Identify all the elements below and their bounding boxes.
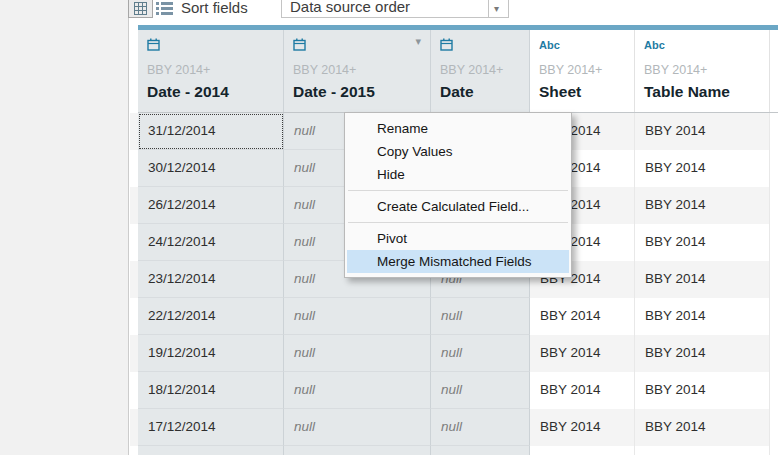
sort-order-value: Data source order xyxy=(290,0,410,15)
cell[interactable]: BBY 2014 xyxy=(635,298,770,335)
cell[interactable] xyxy=(635,446,770,455)
cell[interactable]: BBY 2014 xyxy=(635,409,770,446)
column-name: Table Name xyxy=(644,83,730,101)
column-name: Date xyxy=(440,83,474,101)
column-source: BBY 2014+ xyxy=(147,63,210,77)
column-header-date-2014[interactable]: BBY 2014+ Date - 2014 xyxy=(138,30,284,112)
cell[interactable]: BBY 2014 xyxy=(635,113,770,150)
grid-view-button[interactable] xyxy=(128,0,153,18)
sort-fields-label: Sort fields xyxy=(181,0,248,16)
menu-item-copy-values[interactable]: Copy Values xyxy=(347,140,569,163)
table-row-partial xyxy=(130,446,778,455)
cell[interactable]: BBY 2014 xyxy=(635,224,770,261)
cell[interactable]: 30/12/2014 xyxy=(138,150,284,187)
cell[interactable] xyxy=(431,446,530,455)
column-source: BBY 2014+ xyxy=(440,63,503,77)
calendar-icon xyxy=(293,38,306,51)
context-menu: Rename Copy Values Hide Create Calculate… xyxy=(344,112,572,278)
cell[interactable]: null xyxy=(284,298,431,335)
cell[interactable]: null xyxy=(284,409,431,446)
tableau-data-source-view: Sort fields Data source order ▾ BBY 2014… xyxy=(0,0,778,455)
column-source: BBY 2014+ xyxy=(539,63,602,77)
dropdown-caret-button[interactable]: ▾ xyxy=(488,0,508,17)
cell[interactable]: null xyxy=(431,372,530,409)
cell[interactable]: 17/12/2014 xyxy=(138,409,284,446)
menu-separator xyxy=(348,222,568,223)
cell[interactable]: 24/12/2014 xyxy=(138,224,284,261)
text-type-icon: Abc xyxy=(644,39,665,51)
cell-selected[interactable]: 31/12/2014 xyxy=(138,113,284,150)
column-name: Date - 2015 xyxy=(293,83,375,101)
cell[interactable]: 18/12/2014 xyxy=(138,372,284,409)
cell[interactable]: BBY 2014 xyxy=(635,150,770,187)
left-sidebar-panel xyxy=(0,0,129,455)
cell[interactable]: BBY 2014 xyxy=(635,187,770,224)
cell[interactable] xyxy=(284,446,431,455)
calendar-icon xyxy=(440,38,453,51)
column-source: BBY 2014+ xyxy=(644,63,707,77)
sort-order-dropdown[interactable]: Data source order ▾ xyxy=(281,0,509,18)
cell[interactable]: null xyxy=(431,335,530,372)
menu-separator xyxy=(348,190,568,191)
cell[interactable]: 19/12/2014 xyxy=(138,335,284,372)
cell[interactable]: BBY 2014 xyxy=(635,261,770,298)
header-filler xyxy=(770,30,778,112)
cell[interactable]: BBY 2014 xyxy=(635,335,770,372)
column-source: BBY 2014+ xyxy=(293,63,356,77)
column-menu-caret-icon[interactable]: ▾ xyxy=(415,35,421,48)
table-row: 22/12/2014 null null BBY 2014 BBY 2014 xyxy=(130,298,778,335)
calendar-icon xyxy=(147,38,160,51)
chevron-down-icon: ▾ xyxy=(494,3,499,14)
column-header-table-name[interactable]: Abc BBY 2014+ Table Name xyxy=(635,30,770,112)
list-view-icon xyxy=(156,1,174,15)
cell[interactable]: 23/12/2014 xyxy=(138,261,284,298)
cell[interactable]: BBY 2014 xyxy=(530,409,635,446)
menu-item-hide[interactable]: Hide xyxy=(347,163,569,186)
cell[interactable]: BBY 2014 xyxy=(530,298,635,335)
cell[interactable]: null xyxy=(431,298,530,335)
column-name: Sheet xyxy=(539,83,581,101)
menu-item-create-calculated-field[interactable]: Create Calculated Field... xyxy=(347,195,569,218)
column-header-date[interactable]: BBY 2014+ Date xyxy=(431,30,530,112)
cell[interactable]: null xyxy=(284,335,431,372)
cell[interactable]: BBY 2014 xyxy=(530,372,635,409)
cell[interactable] xyxy=(138,446,284,455)
list-view-button[interactable] xyxy=(156,1,174,15)
menu-item-rename[interactable]: Rename xyxy=(347,117,569,140)
cell[interactable]: null xyxy=(284,372,431,409)
table-row: 19/12/2014 null null BBY 2014 BBY 2014 xyxy=(130,335,778,372)
cell[interactable]: BBY 2014 xyxy=(530,335,635,372)
cell[interactable]: 22/12/2014 xyxy=(138,298,284,335)
cell[interactable]: null xyxy=(431,409,530,446)
grid-header-row: BBY 2014+ Date - 2014 ▾ BBY 2014+ Date -… xyxy=(138,30,778,113)
menu-item-merge-mismatched-fields[interactable]: Merge Mismatched Fields xyxy=(347,250,569,273)
table-row: 17/12/2014 null null BBY 2014 BBY 2014 xyxy=(130,409,778,446)
sort-indicator-icon[interactable] xyxy=(406,89,418,97)
menu-item-pivot[interactable]: Pivot xyxy=(347,227,569,250)
cell[interactable]: 26/12/2014 xyxy=(138,187,284,224)
column-header-date-2015[interactable]: ▾ BBY 2014+ Date - 2015 xyxy=(284,30,431,112)
column-name: Date - 2014 xyxy=(147,83,229,101)
cell[interactable]: BBY 2014 xyxy=(635,372,770,409)
cell[interactable] xyxy=(530,446,635,455)
grid-view-icon xyxy=(134,2,147,15)
text-type-icon: Abc xyxy=(539,39,560,51)
table-row: 18/12/2014 null null BBY 2014 BBY 2014 xyxy=(130,372,778,409)
column-header-sheet[interactable]: Abc BBY 2014+ Sheet xyxy=(530,30,635,112)
